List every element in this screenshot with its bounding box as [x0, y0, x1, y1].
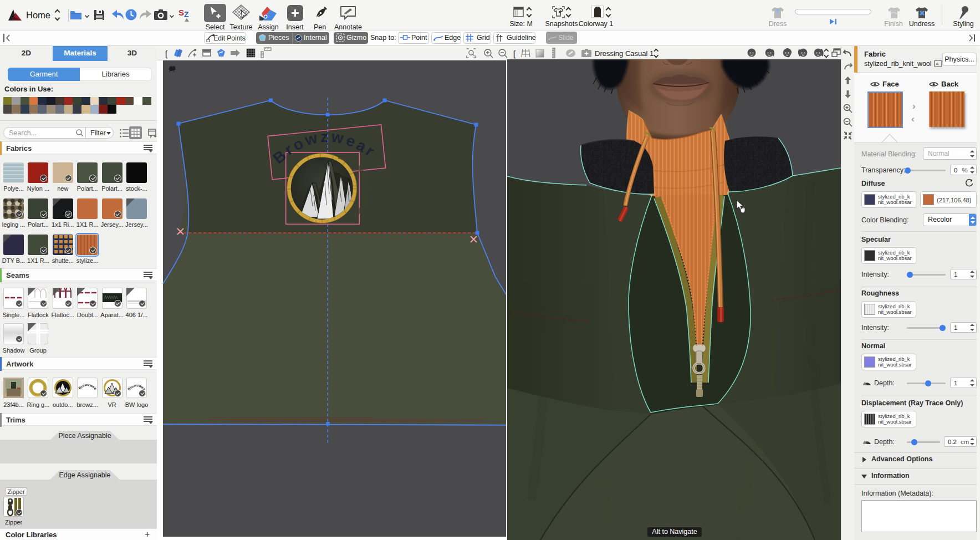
svg-text:S: S [178, 8, 184, 17]
svg-text:Browzwear: Browzwear [126, 378, 146, 391]
svg-text:Z: Z [184, 10, 189, 19]
svg-text:Browzwear: Browzwear [77, 378, 98, 390]
svg-text:A: A [936, 62, 939, 67]
